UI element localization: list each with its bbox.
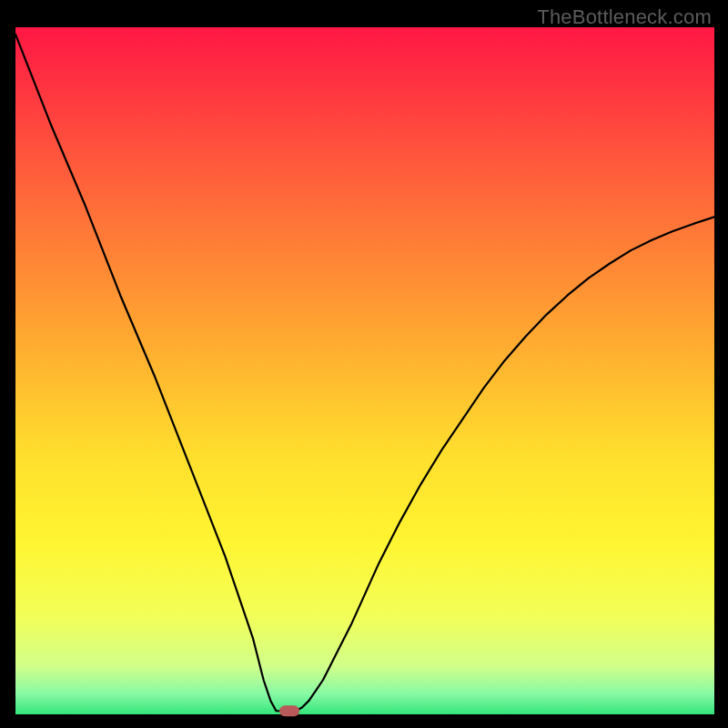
watermark-text: TheBottleneck.com [537,5,712,29]
optimal-point-marker [279,705,299,716]
bottleneck-chart [0,0,728,728]
plot-background [15,27,714,714]
